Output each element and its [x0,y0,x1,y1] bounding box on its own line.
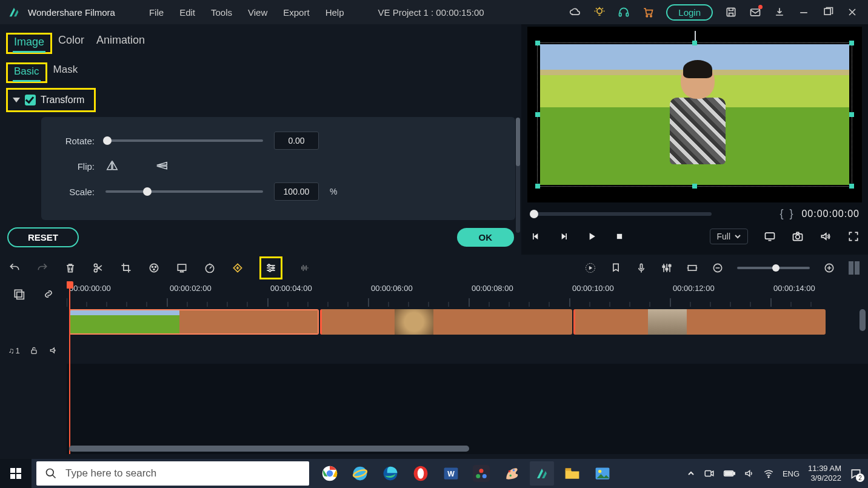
rotate-handle-icon[interactable] [695,31,696,41]
taskbar-chrome-icon[interactable] [318,461,342,486]
preview-progress-slider[interactable] [530,212,712,216]
voiceover-icon[interactable] [635,262,647,274]
clip-2[interactable] [320,309,572,335]
scale-slider[interactable] [105,190,263,193]
scale-value[interactable]: 100.00 [274,182,319,201]
speed-icon[interactable] [204,262,216,274]
audio-wave-icon[interactable] [298,262,310,274]
download-icon[interactable] [773,6,786,18]
transform-checkbox[interactable] [25,95,36,105]
menu-help[interactable]: Help [319,7,350,18]
mark-out-icon[interactable]: } [789,207,793,220]
quality-dropdown[interactable]: Full [710,229,748,244]
menu-view[interactable]: View [242,7,273,18]
zoom-in-icon[interactable] [823,262,835,274]
selection-frame[interactable] [537,42,852,187]
audio-track[interactable] [67,337,868,364]
undo-icon[interactable] [8,262,21,274]
start-button[interactable] [0,459,32,488]
headset-icon[interactable] [618,6,630,18]
clip-1[interactable] [69,309,319,335]
flip-vertical-icon[interactable] [155,161,169,172]
close-icon[interactable] [846,6,858,18]
lightbulb-icon[interactable] [593,6,606,18]
menu-edit[interactable]: Edit [173,7,201,18]
panel-scrollbar[interactable] [516,118,520,233]
tray-clock[interactable]: 11:39 AM 3/9/2022 [808,464,841,483]
login-button[interactable]: Login [666,4,713,21]
playhead[interactable] [69,281,70,454]
mute-icon[interactable] [48,346,58,355]
taskbar-filmora-icon[interactable] [530,461,554,486]
tray-meet-icon[interactable] [704,468,715,479]
tray-chevron-icon[interactable] [687,469,695,478]
minimize-icon[interactable] [798,6,810,18]
taskbar-photos-icon[interactable] [590,461,615,486]
tray-battery-icon[interactable] [723,469,735,478]
fit-timeline-icon[interactable] [686,262,698,274]
tray-notifications-icon[interactable]: 2 [850,467,862,480]
tab-basic[interactable]: Basic [8,64,45,81]
redo-icon[interactable] [36,262,48,274]
tray-language[interactable]: ENG [783,469,800,478]
zoom-out-icon[interactable] [712,262,724,274]
link-icon[interactable] [42,288,55,300]
rotate-value[interactable]: 0.00 [274,132,319,150]
mark-in-icon[interactable]: { [780,207,783,220]
taskbar-opera-icon[interactable] [409,461,433,486]
mail-icon[interactable] [749,6,761,18]
menu-export[interactable]: Export [277,7,315,18]
lock-icon[interactable] [29,346,39,355]
cloud-icon[interactable] [569,6,581,18]
video-track[interactable] [67,307,868,337]
display-icon[interactable] [764,230,776,242]
render-icon[interactable] [584,262,596,274]
tray-sound-icon[interactable] [744,468,755,479]
menu-file[interactable]: File [143,7,170,18]
snapshot-icon[interactable] [792,230,804,242]
taskbar-explorer-icon[interactable] [560,461,584,486]
taskbar-edge-icon[interactable] [378,461,402,486]
crop-icon[interactable] [120,262,132,274]
delete-icon[interactable] [64,262,76,274]
taskbar-ie-icon[interactable] [348,461,372,486]
audio-mixer-icon[interactable] [661,262,673,274]
rotate-slider[interactable] [105,139,263,142]
reset-button[interactable]: RESET [7,227,79,247]
timeline-ruler[interactable]: 00:00:00:00 00:00:02:00 00:00:04:00 00:0… [67,281,868,307]
timeline-body[interactable]: 00:00:00:00 00:00:02:00 00:00:04:00 00:0… [67,281,868,454]
ok-button[interactable]: OK [457,228,515,247]
manage-tracks-icon[interactable] [13,288,25,300]
maximize-icon[interactable] [822,6,834,18]
menu-tools[interactable]: Tools [205,7,238,18]
timeline-v-scrollbar[interactable] [860,309,866,331]
stop-icon[interactable] [613,230,626,242]
disclosure-triangle-icon[interactable] [13,98,20,102]
save-icon[interactable] [725,6,737,18]
play-icon[interactable] [586,230,598,242]
green-screen-icon[interactable] [176,262,188,274]
volume-icon[interactable] [820,230,832,242]
tab-mask[interactable]: Mask [47,62,84,83]
fullscreen-icon[interactable] [847,230,860,242]
taskbar-paint-icon[interactable] [499,461,524,486]
tray-wifi-icon[interactable] [763,468,774,479]
tab-animation[interactable]: Animation [90,33,151,54]
cart-icon[interactable] [642,6,654,18]
next-frame-icon[interactable] [558,230,570,242]
marker-icon[interactable] [610,262,622,274]
timeline-layout-icon[interactable] [849,261,860,275]
preview-viewport[interactable] [527,27,862,202]
taskbar-resolve-icon[interactable] [469,461,493,486]
taskbar-word-icon[interactable]: W [439,461,463,486]
tab-image[interactable]: Image [8,35,50,52]
clip-3[interactable] [573,309,826,335]
timeline-h-scrollbar[interactable] [69,446,469,452]
adjust-sliders-icon[interactable] [265,262,277,274]
prev-frame-icon[interactable] [530,230,542,242]
split-icon[interactable] [92,262,104,274]
flip-horizontal-icon[interactable] [105,161,119,172]
tab-color[interactable]: Color [52,33,90,54]
keyframe-icon[interactable] [232,262,244,274]
color-icon[interactable] [148,262,160,274]
